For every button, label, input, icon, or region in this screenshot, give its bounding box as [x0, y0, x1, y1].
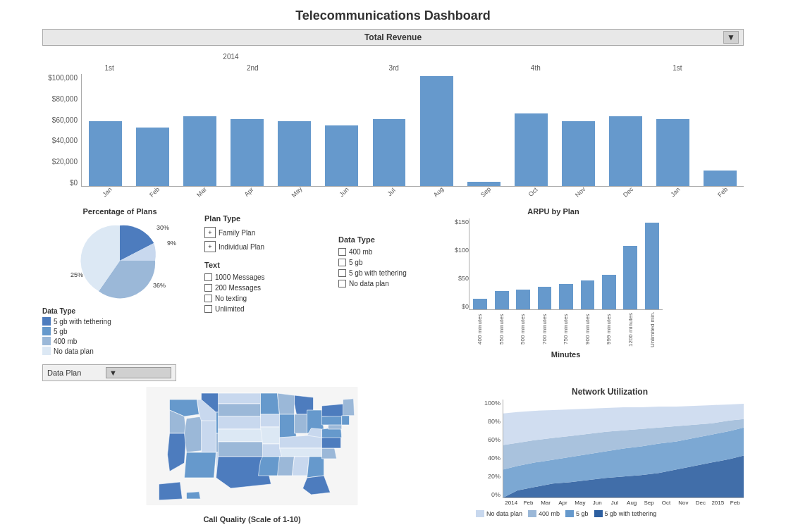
text-200-item[interactable]: 200 Messages — [204, 284, 331, 292]
legend-box-400mb — [42, 337, 51, 345]
dropdown-arrow-icon[interactable]: ▼ — [723, 31, 739, 44]
text-200-checkbox[interactable] — [204, 284, 212, 292]
network-legend: No data plan 400 mb 5 gb 5 gb with tethe… — [476, 510, 744, 517]
datatype-nodataplan-item[interactable]: No data plan — [338, 280, 437, 287]
text-1000-checkbox[interactable] — [204, 273, 212, 281]
plan-type-family[interactable]: + Family Plan — [204, 227, 331, 238]
svg-marker-32 — [307, 457, 324, 478]
datatype-5gb-checkbox[interactable] — [338, 259, 346, 266]
arpu-chart: $150 $100 $50 $0 — [444, 218, 663, 310]
bar-group-10 — [555, 74, 602, 186]
bar-group-13 — [696, 74, 744, 186]
plan-type-section: Plan Type + Family Plan + Individual Pla… — [204, 207, 331, 359]
pie-legend-title: Data Type — [42, 307, 197, 315]
text-notexting-item[interactable]: No texting — [204, 295, 331, 302]
bar-2 — [183, 116, 216, 186]
svg-marker-16 — [219, 442, 265, 457]
bar-group-0 — [82, 74, 129, 186]
datatype-400mb-item[interactable]: 400 mb — [338, 248, 437, 256]
svg-marker-23 — [278, 393, 295, 414]
individual-plan-checkbox[interactable]: + — [204, 241, 216, 252]
network-legend-5gb: 5 gb — [565, 510, 589, 517]
pie-label-30: 30% — [156, 224, 169, 231]
family-plan-checkbox[interactable]: + — [204, 227, 216, 238]
arpu-bar-group-8 — [641, 218, 663, 309]
network-legend-400mb-box — [528, 510, 536, 517]
network-legend-nodataplan: No data plan — [476, 510, 522, 517]
plan-type-title: Plan Type — [204, 214, 331, 223]
bar-6 — [373, 119, 406, 186]
total-revenue-dropdown[interactable]: Total Revenue ▼ — [42, 29, 744, 46]
page-title: Telecommunications Dashboard — [0, 0, 786, 29]
arpu-x-label-3: 700 minutes — [534, 310, 555, 349]
datatype-tethering-item[interactable]: 5 gb with tethering — [338, 269, 437, 277]
text-1000-item[interactable]: 1000 Messages — [204, 273, 331, 281]
arpu-bars — [469, 218, 663, 310]
dropdown-label: Total Revenue — [364, 32, 422, 42]
arpu-bar-group-7 — [620, 218, 641, 309]
bar-chart-inner — [81, 74, 744, 187]
arpu-bar-5 — [581, 280, 595, 309]
svg-marker-9 — [202, 421, 216, 452]
legend-item-400mb: 400 mb — [42, 337, 197, 345]
svg-marker-39 — [322, 416, 342, 425]
q1-2015-label: 1st — [673, 64, 682, 72]
bar-12 — [656, 119, 689, 186]
svg-marker-43 — [159, 482, 183, 500]
svg-marker-41 — [343, 399, 355, 416]
data-plan-row: Data Plan ▼ — [42, 364, 744, 381]
arpu-x-label-0: 400 minutes — [469, 310, 491, 349]
bar-7 — [420, 76, 453, 186]
svg-marker-44 — [187, 492, 201, 499]
datatype-400mb-checkbox[interactable] — [338, 248, 346, 256]
main-chart-area: 2014 2015 1st 2nd 3rd 4th 1st $100,000 $… — [42, 53, 744, 204]
datatype-tethering-checkbox[interactable] — [338, 269, 346, 277]
pie-label-25: 25% — [70, 271, 83, 278]
bar-group-4 — [271, 74, 318, 186]
bar-group-9 — [508, 74, 555, 186]
data-type-title: Data Type — [338, 235, 437, 244]
svg-marker-31 — [293, 457, 309, 476]
network-area-svg — [503, 400, 744, 497]
individual-plan-label: Individual Plan — [219, 243, 264, 251]
network-stacked-area-chart — [503, 400, 744, 498]
data-plan-dropdown[interactable]: Data Plan ▼ — [42, 364, 176, 381]
arpu-bar-group-3 — [534, 218, 555, 309]
map-network-row: Call Quality (Scale of 1-10) Network Uti… — [42, 387, 744, 526]
svg-marker-15 — [219, 429, 263, 442]
network-legend-tethering-box — [594, 510, 603, 517]
arpu-x-label-7: 1200 minutes — [620, 310, 641, 349]
legend-item-tethering: 5 gb with tethering — [42, 317, 197, 326]
text-checkboxes-title: Text — [204, 261, 331, 269]
pie-chart-svg — [78, 218, 162, 303]
arpu-x-label-5: 900 minutes — [577, 310, 598, 349]
arpu-bar-2 — [516, 290, 530, 309]
pie-section: Percentage of Plans 30% 9% 36% 25% Data … — [42, 207, 197, 359]
network-legend-tethering: 5 gb with tethering — [594, 510, 657, 517]
text-unlimited-checkbox[interactable] — [204, 305, 212, 313]
svg-marker-12 — [219, 393, 261, 404]
arpu-bar-0 — [473, 299, 487, 309]
network-legend-nodataplan-box — [476, 510, 484, 517]
arpu-x-label-4: 750 minutes — [555, 310, 577, 349]
svg-marker-21 — [263, 444, 282, 457]
arpu-bar-group-2 — [512, 218, 534, 309]
data-plan-arrow-icon[interactable]: ▼ — [106, 367, 171, 378]
datatype-5gb-item[interactable]: 5 gb — [338, 259, 437, 266]
text-unlimited-item[interactable]: Unlimited — [204, 305, 331, 313]
arpu-bar-4 — [559, 284, 573, 309]
plan-type-individual[interactable]: + Individual Plan — [204, 241, 331, 252]
pie-legend: Data Type 5 gb with tethering 5 gb 400 m… — [42, 307, 197, 355]
arpu-x-label-8: Unlimited min. — [641, 310, 663, 349]
datatype-nodataplan-checkbox[interactable] — [338, 280, 346, 287]
text-notexting-checkbox[interactable] — [204, 295, 212, 302]
network-legend-5gb-box — [565, 510, 574, 517]
q3-2014-label: 3rd — [388, 64, 398, 72]
bar-9 — [515, 113, 548, 186]
arpu-bar-7 — [623, 246, 637, 309]
bar-group-5 — [318, 74, 365, 186]
svg-marker-34 — [322, 448, 337, 459]
svg-marker-13 — [219, 404, 261, 416]
legend-item-nodataplan: No data plan — [42, 347, 197, 355]
q2-2014-label: 2nd — [247, 64, 259, 72]
